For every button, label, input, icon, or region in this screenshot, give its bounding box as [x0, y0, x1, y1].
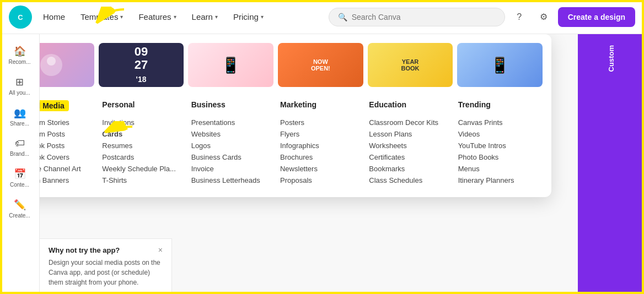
item-videos[interactable]: Videos [458, 128, 538, 140]
app-banner-close[interactable]: × [158, 246, 163, 254]
grid-icon: ⊞ [15, 76, 24, 88]
sidebar-item-recom[interactable]: 🏠 Recom... [3, 41, 36, 69]
templates-dropdown: 0927'18 📱 NOWOPEN! YEARBOOK 📱 [40, 34, 551, 197]
pricing-arrow-icon: ▾ [261, 14, 264, 20]
sidebar-item-create[interactable]: ✏️ Create... [3, 194, 36, 223]
item-facebook-covers[interactable]: Facebook Covers [40, 151, 93, 163]
sidebar-label-all: All you... [9, 90, 30, 96]
item-business-cards[interactable]: Business Cards [191, 151, 271, 163]
item-worksheets[interactable]: Worksheets [369, 140, 449, 151]
nav-features[interactable]: Features ▾ [132, 8, 183, 26]
item-invoice[interactable]: Invoice [191, 163, 271, 175]
item-cards[interactable]: Cards [102, 128, 182, 140]
create-design-button[interactable]: Create a design [558, 7, 635, 27]
app-banner-text: Design your social media posts on the Ca… [49, 258, 163, 287]
item-photo-books[interactable]: Photo Books [458, 151, 538, 163]
settings-button[interactable]: ⚙ [534, 7, 554, 27]
sidebar-item-all[interactable]: ⊞ All you... [3, 72, 36, 100]
item-weekly-schedule[interactable]: Weekly Schedule Pla... [102, 163, 182, 175]
sidebar-item-share[interactable]: 👥 Share... [3, 102, 36, 131]
item-classroom-decor[interactable]: Classroom Decor Kits [369, 117, 449, 128]
calendar-icon: 📅 [14, 168, 26, 180]
item-class-schedules[interactable]: Class Schedules [369, 175, 449, 186]
sidebar-item-brand[interactable]: 🏷 Brand... [3, 133, 36, 161]
item-instagram-stories[interactable]: Instagram Stories [40, 117, 93, 128]
dropdown-columns: Social Media Instagram Stories Instagram… [40, 94, 551, 197]
nav-home[interactable]: Home [36, 8, 72, 26]
col-header-education: Education [369, 100, 449, 111]
sidebar-label-create: Create... [9, 213, 30, 219]
item-flyers[interactable]: Flyers [280, 128, 360, 140]
item-linkedin-banners[interactable]: LinkedIn Banners [40, 175, 93, 186]
col-header-marketing: Marketing [280, 100, 360, 111]
item-facebook-posts[interactable]: Facebook Posts [40, 140, 93, 151]
item-infographics[interactable]: Infographics [280, 140, 360, 151]
col-education: Education Classroom Decor Kits Lesson Pl… [364, 100, 453, 186]
item-tshirts[interactable]: T-Shirts [102, 175, 182, 186]
sidebar-label-content: Conte... [10, 182, 29, 188]
app-banner-header: Why not try the app? × [49, 246, 163, 254]
app-banner: Why not try the app? × Design your socia… [40, 238, 172, 294]
main-nav: Home Templates ▾ Features ▾ Learn ▾ Pric… [36, 8, 324, 26]
col-header-trending: Trending [458, 100, 538, 111]
learn-arrow-icon: ▾ [215, 14, 218, 20]
sidebar-label-share: Share... [10, 121, 29, 127]
item-invitations[interactable]: Invitations [102, 117, 182, 128]
item-canvas-prints[interactable]: Canvas Prints [458, 117, 538, 128]
create-icon: ✏️ [14, 199, 26, 211]
features-arrow-icon: ▾ [174, 14, 176, 20]
app-banner-title: Why not try the app? [49, 246, 120, 254]
custom-panel-label: Custom [607, 45, 615, 72]
dropdown-image-row: 0927'18 📱 NOWOPEN! YEARBOOK 📱 [40, 34, 551, 94]
nav-templates[interactable]: Templates ▾ [74, 8, 130, 26]
search-input[interactable] [352, 13, 496, 21]
item-websites[interactable]: Websites [191, 128, 271, 140]
item-business-letterheads[interactable]: Business Letterheads [191, 175, 271, 186]
nav-pricing[interactable]: Pricing ▾ [227, 8, 270, 26]
search-icon: 🔍 [338, 13, 347, 21]
brand-icon: 🏷 [15, 138, 25, 149]
item-posters[interactable]: Posters [280, 117, 360, 128]
sidebar-label-recom: Recom... [8, 59, 30, 65]
dropdown-img-pink: 📱 [188, 43, 273, 87]
header-icons: ? ⚙ [509, 7, 554, 27]
home-icon: 🏠 [14, 45, 26, 57]
share-icon: 👥 [14, 107, 26, 119]
item-itinerary-planners[interactable]: Itinerary Planners [458, 175, 538, 186]
col-header-social-media: Social Media [40, 100, 69, 111]
item-resumes[interactable]: Resumes [102, 140, 182, 151]
dropdown-img-social [40, 43, 94, 87]
dropdown-img-calendar: 0927'18 [99, 43, 184, 87]
search-bar[interactable]: 🔍 [329, 8, 505, 26]
item-logos[interactable]: Logos [191, 140, 271, 151]
svg-text:C: C [18, 13, 23, 21]
sidebar-item-content[interactable]: 📅 Conte... [3, 164, 36, 192]
item-newsletters[interactable]: Newsletters [280, 163, 360, 175]
item-youtube-channel-art[interactable]: YouTube Channel Art [40, 163, 93, 175]
col-header-personal: Personal [102, 100, 182, 111]
item-brochures[interactable]: Brochures [280, 151, 360, 163]
sidebar: 🏠 Recom... ⊞ All you... 👥 Share... 🏷 Bra… [0, 34, 40, 294]
item-certificates[interactable]: Certificates [369, 151, 449, 163]
item-presentations[interactable]: Presentations [191, 117, 271, 128]
canva-logo[interactable]: C [9, 6, 32, 29]
item-menus[interactable]: Menus [458, 163, 538, 175]
col-trending: Trending Canvas Prints Videos YouTube In… [454, 100, 543, 186]
item-lesson-plans[interactable]: Lesson Plans [369, 128, 449, 140]
col-personal: Personal Invitations Cards Resumes Postc… [98, 100, 186, 186]
col-header-business: Business [191, 100, 271, 111]
svg-point-5 [47, 57, 56, 66]
item-postcards[interactable]: Postcards [102, 151, 182, 163]
col-marketing: Marketing Posters Flyers Infographics Br… [276, 100, 364, 186]
item-bookmarks[interactable]: Bookmarks [369, 163, 449, 175]
right-panel: Custom [578, 34, 644, 294]
item-youtube-intros[interactable]: YouTube Intros [458, 140, 538, 151]
dropdown-img-yearbook: YEARBOOK [368, 43, 453, 87]
header: C Home Templates ▾ Features ▾ Learn ▾ Pr… [0, 0, 644, 34]
item-proposals[interactable]: Proposals [280, 175, 360, 186]
dropdown-img-poster: NOWOPEN! [278, 43, 363, 87]
item-instagram-posts[interactable]: Instagram Posts [40, 128, 93, 140]
help-button[interactable]: ? [509, 7, 529, 27]
col-business: Business Presentations Websites Logos Bu… [187, 100, 276, 186]
nav-learn[interactable]: Learn ▾ [185, 8, 224, 26]
